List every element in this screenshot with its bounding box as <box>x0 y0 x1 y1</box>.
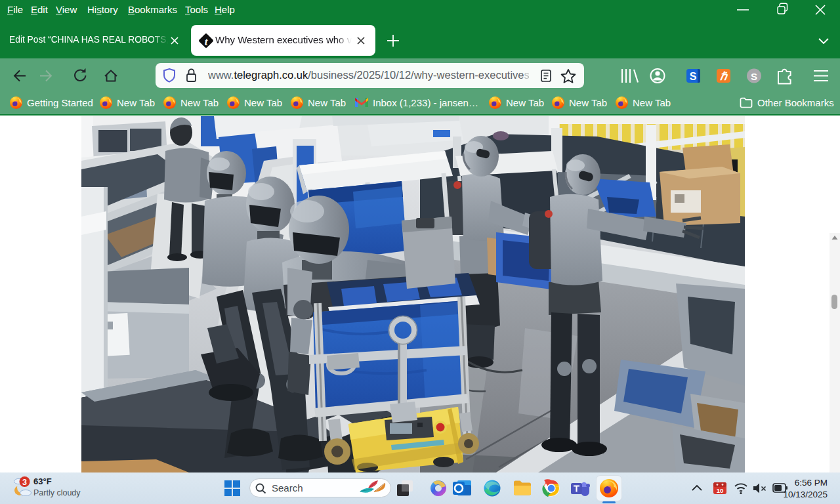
svg-text:10: 10 <box>717 487 724 494</box>
svg-text:3: 3 <box>22 478 27 487</box>
svg-text:S: S <box>690 71 697 82</box>
svg-text:S: S <box>751 71 757 82</box>
